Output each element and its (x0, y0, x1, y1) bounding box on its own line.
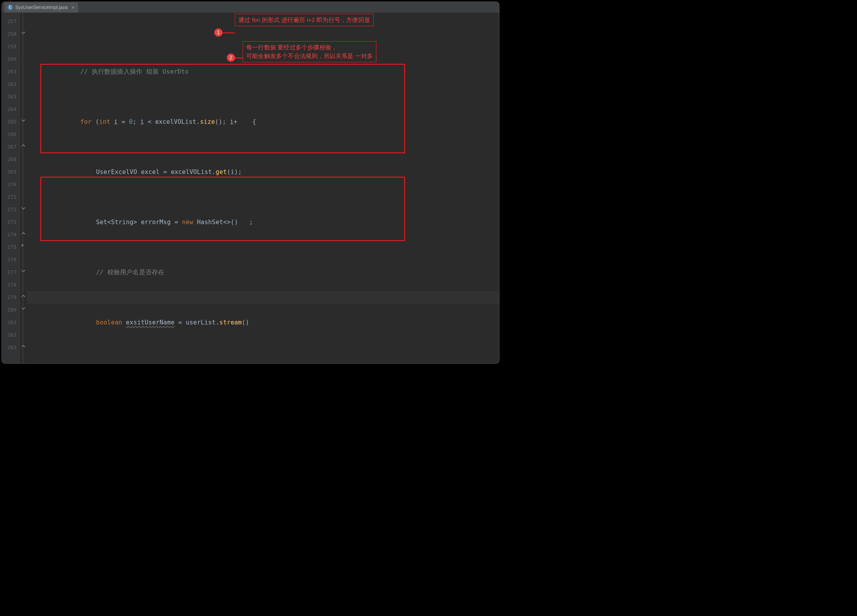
fold-open-icon[interactable] (21, 268, 26, 274)
line-number: 258 (2, 28, 20, 40)
java-class-icon: C (7, 5, 13, 10)
line-number: 274 (2, 228, 20, 241)
line-number: 271 (2, 191, 20, 203)
editor[interactable]: 257 258 259 260 261 262 263 264 265 266 … (2, 13, 499, 363)
line-number: 283 (2, 341, 20, 354)
var-warn: exsitUserName (126, 319, 174, 326)
text: ; (133, 118, 140, 125)
code-line: // 校验用户名是否存在 (80, 266, 499, 279)
text: (i); (227, 168, 242, 176)
line-number-gutter: 257 258 259 260 261 262 263 264 265 266 … (2, 13, 20, 363)
var: i (140, 118, 144, 125)
text: () (242, 319, 249, 326)
line-number: 265 (2, 116, 20, 128)
current-line-highlight (27, 291, 499, 304)
code-line: // 执行数据插入操作 组装 UserDto (80, 65, 499, 78)
line-number: 270 (2, 178, 20, 191)
line-number: 273 (2, 216, 20, 228)
annotation-connector (222, 33, 235, 33)
annotation-connector (235, 58, 243, 58)
keyword: int (99, 118, 111, 125)
text: Set<String> errorMsg = (96, 219, 182, 226)
text (122, 319, 126, 326)
line-number: 263 (2, 91, 20, 103)
fold-open-icon[interactable] (21, 206, 26, 211)
text: = (118, 118, 129, 125)
line-number: 281 (2, 316, 20, 329)
fold-close-icon[interactable] (21, 143, 26, 148)
line-number: 257 (2, 15, 20, 28)
line-number: 264 (2, 103, 20, 116)
var: i (114, 118, 118, 125)
fold-open-icon[interactable] (21, 306, 26, 311)
text: UserExcelVO excel = excelVOList. (96, 168, 216, 176)
line-number: 277 (2, 266, 20, 279)
comment: // 执行数据插入操作 组装 UserDto (80, 68, 189, 75)
code-line: for (int i = 0; i < excelVOList.size(); … (80, 116, 499, 128)
line-number: 276 (2, 254, 20, 266)
method: get (216, 168, 227, 176)
annotation-marker-1: 1 (214, 29, 222, 36)
annotation-note-2: 每一行数据 要经过多个步骤校验，可能会触发多个不合法规则，所以关系是 一对多 (243, 41, 376, 62)
line-number: 272 (2, 203, 20, 216)
keyword: for (80, 118, 92, 125)
tab-bar: C SysUserServiceImpl.java × (2, 2, 499, 13)
text: { (249, 118, 256, 125)
fold-open-icon[interactable] (21, 118, 26, 123)
code-line: UserExcelVO excel = excelVOList.get(i); (80, 166, 499, 178)
comment: // 校验用户名是否存在 (96, 269, 164, 276)
keyword: boolean (96, 319, 122, 326)
line-number: 279 (2, 291, 20, 304)
line-number: 280 (2, 304, 20, 316)
line-number: 275 (2, 241, 20, 254)
text: HashSet<>() (193, 219, 238, 226)
fold-open-icon[interactable] (21, 30, 26, 35)
editor-tab[interactable]: C SysUserServiceImpl.java × (4, 2, 78, 13)
ide-window: C SysUserServiceImpl.java × 257 258 259 … (2, 2, 499, 364)
number: 0 (129, 118, 133, 125)
text: = userList. (174, 319, 219, 326)
line-number: 268 (2, 153, 20, 166)
line-number: 278 (2, 279, 20, 291)
line-number: 261 (2, 65, 20, 78)
fold-column: ▶ (20, 13, 27, 363)
annotation-note-1: 通过 fori 的形式 进行遍历 i+2 即为行号，方便回显 (235, 14, 374, 26)
fold-close-icon[interactable] (21, 344, 26, 349)
line-number: 269 (2, 166, 20, 178)
annotation-marker-2: 2 (227, 54, 235, 62)
method: stream (220, 319, 242, 326)
line-number: 262 (2, 78, 20, 91)
line-number: 259 (2, 40, 20, 53)
breakpoint-gutter-run-icon[interactable]: ▶ (22, 243, 24, 248)
tab-filename: SysUserServiceImpl.java (15, 5, 67, 10)
line-number: 267 (2, 141, 20, 153)
code-area[interactable]: // 执行数据插入操作 组装 UserDto for (int i = 0; i… (27, 13, 499, 363)
text: + (234, 118, 238, 125)
keyword: new (182, 219, 193, 226)
note-line: 每一行数据 要经过多个步骤校验， (246, 44, 337, 51)
fold-close-icon[interactable] (21, 231, 26, 236)
code-line: Set<String> errorMsg = new HashSet<>() ; (80, 216, 499, 228)
method: size (200, 118, 215, 125)
var: i (230, 118, 234, 125)
text: ( (92, 118, 99, 125)
fold-close-icon[interactable] (21, 294, 26, 299)
line-number: 266 (2, 128, 20, 141)
close-icon[interactable]: × (71, 4, 74, 11)
annotation-box-2 (40, 177, 405, 241)
code-line: boolean exsitUserName = userList.stream(… (80, 316, 499, 329)
line-number: 260 (2, 53, 20, 65)
text: ; (249, 219, 253, 226)
note-line: 可能会触发多个不合法规则，所以关系是 一对多 (246, 53, 373, 59)
text: (); (215, 118, 230, 125)
line-number: 282 (2, 329, 20, 341)
text: < excelVOList. (144, 118, 200, 125)
